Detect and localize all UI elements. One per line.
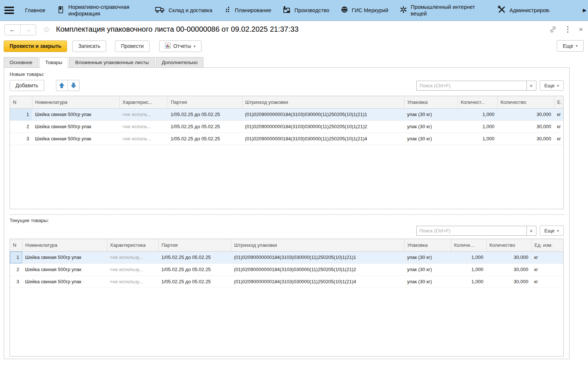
column-header-package[interactable]: Упаковка (404, 239, 451, 251)
column-header-n[interactable]: N (10, 96, 32, 108)
cell-characteristic[interactable]: <не исполь... (119, 120, 168, 133)
nav-item-main[interactable]: Главное (25, 7, 45, 14)
cell-unit[interactable]: кг (531, 251, 563, 263)
nav-item-reference-info[interactable]: Нормативно-справочная информация (56, 4, 144, 17)
nav-item-planning[interactable]: Планирование (223, 6, 271, 15)
cell-batch[interactable]: 1/05.02.25 до 05.02.25 (158, 263, 231, 275)
nav-item-administration[interactable]: Администрирование (497, 5, 549, 15)
cell-nomenclature[interactable]: Шейка свиная 500гр упак (22, 263, 107, 275)
post-and-close-button[interactable]: Провести и закрыть (4, 41, 67, 52)
column-header-characteristic[interactable]: Характерис... (119, 96, 168, 108)
close-icon[interactable]: × (579, 25, 583, 34)
nav-item-industrial-iot[interactable]: Промышленный интернет вещей (399, 4, 486, 17)
tab-goods[interactable]: Товары (39, 57, 68, 68)
cell-characteristic[interactable]: <не использу... (107, 263, 158, 275)
cell-nomenclature[interactable]: Шейка свиная 500гр упак (22, 275, 107, 288)
cell-unit[interactable]: кг (554, 120, 563, 133)
cell-qty-packs[interactable]: 1,000 (458, 120, 497, 133)
tab-additional[interactable]: Дополнительно (156, 57, 203, 68)
cell-batch[interactable]: 1/05.02.25 до 05.02.25 (158, 251, 231, 263)
search-clear-icon[interactable]: × (526, 81, 536, 90)
cell-qty[interactable]: 30,000 (497, 120, 554, 133)
cell-barcode[interactable]: (01)02090000000184(3103)030000(11)250205… (242, 108, 404, 120)
column-header-nomenclature[interactable]: Номенклатура (22, 239, 107, 251)
cell-barcode[interactable]: (01)02090000000184(3103)030000(11)250205… (242, 133, 404, 145)
cell-barcode[interactable]: (01)02090000000184(3103)030000(11)250205… (231, 263, 404, 275)
cell-qty[interactable]: 30,000 (486, 263, 531, 275)
column-header-qty-packs[interactable]: Количе... (451, 239, 486, 251)
cell-unit[interactable]: кг (554, 133, 563, 145)
column-header-unit[interactable]: Е. (554, 96, 563, 108)
cell-characteristic[interactable]: <не использу... (107, 251, 158, 263)
more-options-icon[interactable] (566, 25, 569, 34)
column-header-qty[interactable]: Количество (497, 96, 554, 108)
cell-qty-packs[interactable]: 1,000 (451, 263, 486, 275)
cell-characteristic[interactable]: <не использу... (107, 275, 158, 288)
cell-characteristic[interactable]: <не исполь... (119, 133, 168, 145)
cell-package[interactable]: упак (30 кг) (404, 263, 451, 275)
cell-qty-packs[interactable]: 1,000 (458, 108, 497, 120)
cell-n[interactable]: 3 (10, 275, 22, 288)
cell-n[interactable]: 2 (10, 263, 22, 275)
move-down-button[interactable] (68, 80, 79, 91)
cell-unit[interactable]: кг (531, 275, 563, 288)
column-header-qty-packs[interactable]: Количест... (458, 96, 497, 108)
cell-package[interactable]: упак (30 кг) (404, 108, 458, 120)
cell-batch[interactable]: 1/05.02.25 до 05.02.25 (168, 133, 242, 145)
nav-overflow-arrow-icon[interactable]: ▶ (583, 7, 587, 13)
cell-nomenclature[interactable]: Шейка свиная 500гр упак (32, 133, 119, 145)
cell-qty[interactable]: 30,000 (497, 108, 554, 120)
cell-qty[interactable]: 30,000 (486, 275, 531, 288)
nav-item-warehouse-delivery[interactable]: Склад и доставка (155, 5, 212, 15)
favorite-star-icon[interactable]: ☆ (43, 25, 50, 35)
cell-barcode[interactable]: (01)02090000000184(3103)030000(11)250205… (231, 275, 404, 288)
cell-barcode[interactable]: (01)02090000000184(3103)030000(11)250205… (242, 120, 404, 133)
current-goods-search-input[interactable] (417, 226, 526, 235)
column-header-barcode[interactable]: Штрихкод упаковки (242, 96, 404, 108)
cell-batch[interactable]: 1/05.02.25 до 05.02.25 (168, 120, 242, 133)
reports-button[interactable]: Отчеты ▾ (159, 41, 201, 52)
cell-qty[interactable]: 30,000 (486, 251, 531, 263)
cell-nomenclature[interactable]: Шейка свиная 500гр упак (32, 108, 119, 120)
cell-qty[interactable]: 30,000 (497, 133, 554, 145)
link-icon[interactable] (549, 26, 557, 33)
cell-package[interactable]: упак (30 кг) (404, 133, 458, 145)
cell-n[interactable]: 1 (10, 108, 32, 120)
column-header-package[interactable]: Упаковка (404, 96, 458, 108)
forward-button[interactable]: → (21, 25, 36, 35)
cell-package[interactable]: упак (30 кг) (404, 120, 458, 133)
current-goods-more-button[interactable]: Еще ▾ (540, 225, 564, 236)
column-header-batch[interactable]: Партия (158, 239, 231, 251)
search-clear-icon[interactable]: × (526, 226, 536, 235)
cell-batch[interactable]: 1/05.02.25 до 05.02.25 (158, 275, 231, 288)
nav-item-production[interactable]: Производство (282, 5, 329, 15)
nav-item-gis-mercury[interactable]: ГИС Меркурий (340, 6, 388, 15)
main-menu-icon[interactable] (4, 7, 14, 14)
table-row[interactable]: 3 Шейка свиная 500гр упак <не исполь... … (10, 133, 563, 145)
cell-nomenclature[interactable]: Шейка свиная 500гр упак (22, 251, 107, 263)
table-row[interactable]: 2 Шейка свиная 500гр упак <не использу..… (10, 263, 563, 275)
cell-batch[interactable]: 1/05.02.25 до 05.02.25 (168, 108, 242, 120)
cell-qty-packs[interactable]: 1,000 (451, 275, 486, 288)
column-header-characteristic[interactable]: Характеристика (107, 239, 158, 251)
cell-package[interactable]: упак (30 кг) (404, 251, 451, 263)
column-header-barcode[interactable]: Штрихкод упаковки (231, 239, 404, 251)
table-row[interactable]: 2 Шейка свиная 500гр упак <не исполь... … (10, 120, 563, 133)
column-header-unit[interactable]: Ед. изм. (531, 239, 563, 251)
save-button[interactable]: Записать (72, 41, 106, 52)
cell-unit[interactable]: кг (531, 263, 563, 275)
column-header-batch[interactable]: Партия (168, 96, 242, 108)
cell-barcode[interactable]: (01)02090000000184(3103)030000(11)250205… (231, 251, 404, 263)
cell-n[interactable]: 2 (10, 120, 32, 133)
new-goods-more-button[interactable]: Еще ▾ (540, 80, 564, 91)
cell-characteristic[interactable]: <не исполь... (119, 108, 168, 120)
table-row[interactable]: 1 Шейка свиная 500гр упак <не использу..… (10, 251, 563, 263)
tab-nested-packing-lists[interactable]: Вложенные упаковочные листы (69, 57, 155, 68)
cell-qty-packs[interactable]: 1,000 (458, 133, 497, 145)
new-goods-search-input[interactable] (417, 81, 526, 90)
cell-qty-packs[interactable]: 1,000 (451, 251, 486, 263)
column-header-qty[interactable]: Количество (486, 239, 531, 251)
move-up-button[interactable] (56, 80, 68, 91)
back-button[interactable]: ← (5, 25, 21, 35)
add-row-button[interactable]: Добавить (10, 80, 44, 91)
